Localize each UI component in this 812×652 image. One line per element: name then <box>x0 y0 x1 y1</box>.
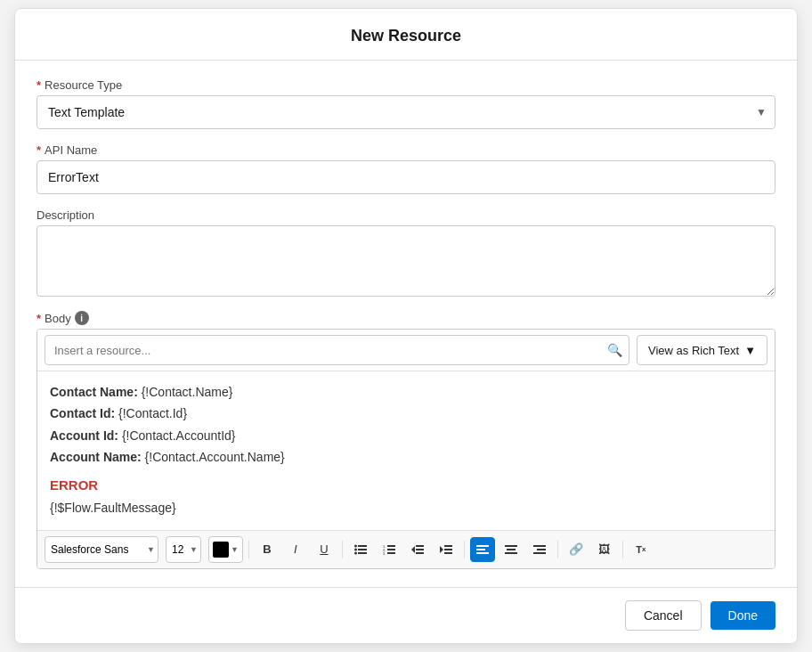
cancel-button[interactable]: Cancel <box>625 600 702 631</box>
svg-rect-22 <box>476 552 489 554</box>
body-search-toolbar: 🔍 View as Rich Text ▼ <box>37 330 775 371</box>
svg-rect-24 <box>507 549 516 550</box>
view-rich-chevron-icon: ▼ <box>744 344 756 357</box>
image-button[interactable]: 🖼 <box>592 537 617 562</box>
svg-rect-18 <box>444 549 452 550</box>
svg-rect-9 <box>387 549 395 550</box>
align-center-button[interactable] <box>499 537 524 562</box>
bold-button[interactable]: B <box>255 537 280 562</box>
body-required-marker: * <box>37 312 41 325</box>
svg-rect-15 <box>416 552 424 554</box>
svg-rect-28 <box>533 552 546 554</box>
font-select[interactable]: Salesforce Sans Arial Times New Roman Co… <box>45 536 158 563</box>
body-label-text: Body <box>45 312 71 325</box>
content-line-1: Contact Name: {!Contact.Name} <box>50 382 762 402</box>
svg-marker-12 <box>411 546 415 553</box>
error-label: ERROR <box>50 475 762 496</box>
separator-5 <box>622 541 623 558</box>
body-editor-container: 🔍 View as Rich Text ▼ Contact Name: {!Co… <box>37 329 775 569</box>
svg-rect-20 <box>476 545 489 547</box>
font-select-wrapper: Salesforce Sans Arial Times New Roman Co… <box>45 536 158 563</box>
view-rich-text-label: View as Rich Text <box>648 344 739 357</box>
svg-rect-26 <box>533 545 546 547</box>
svg-rect-25 <box>505 552 517 554</box>
separator-2 <box>342 541 343 558</box>
svg-text:3.: 3. <box>383 551 386 555</box>
svg-rect-7 <box>387 545 395 547</box>
api-name-label-text: API Name <box>45 143 97 157</box>
color-swatch <box>213 542 229 558</box>
formatting-toolbar: Salesforce Sans Arial Times New Roman Co… <box>37 530 775 568</box>
svg-rect-19 <box>444 552 452 554</box>
new-resource-modal: New Resource * Resource Type Text Templa… <box>14 8 798 644</box>
api-name-label: * API Name <box>37 143 775 157</box>
description-label-text: Description <box>37 208 94 222</box>
svg-rect-3 <box>358 549 367 550</box>
align-left-button[interactable] <box>470 537 495 562</box>
align-right-button[interactable] <box>527 537 552 562</box>
svg-rect-23 <box>505 545 517 547</box>
content-line-2: Contact Id: {!Contact.Id} <box>50 403 762 423</box>
svg-rect-11 <box>387 552 395 554</box>
clear-formatting-button[interactable]: Tx <box>629 537 654 562</box>
error-message-line: {!$Flow.FaultMessage} <box>50 498 762 518</box>
resource-type-label: * Resource Type <box>37 78 775 92</box>
svg-rect-21 <box>476 549 485 550</box>
modal-footer: Cancel Done <box>15 587 797 643</box>
svg-rect-27 <box>537 549 546 550</box>
svg-rect-13 <box>416 545 424 547</box>
api-name-group: * API Name <box>37 143 775 194</box>
content-line-4: Account Name: {!Contact.Account.Name} <box>50 447 762 467</box>
ordered-list-button[interactable]: 1.2.3. <box>377 537 402 562</box>
outdent-button[interactable] <box>405 537 430 562</box>
svg-rect-17 <box>444 545 452 547</box>
body-group: * Body i 🔍 View as Rich Text ▼ <box>37 311 775 569</box>
body-search-input[interactable] <box>45 335 629 365</box>
svg-rect-1 <box>358 545 367 547</box>
description-group: Description <box>37 208 775 297</box>
svg-point-4 <box>354 551 357 554</box>
color-chevron-icon: ▼ <box>231 545 239 554</box>
description-textarea[interactable] <box>37 225 775 297</box>
separator-1 <box>248 541 249 558</box>
separator-3 <box>464 541 465 558</box>
indent-button[interactable] <box>434 537 459 562</box>
modal-title: New Resource <box>37 27 775 45</box>
unordered-list-button[interactable] <box>348 537 373 562</box>
body-label: * Body i <box>37 311 775 325</box>
description-label: Description <box>37 208 775 222</box>
search-icon[interactable]: 🔍 <box>607 343 622 357</box>
resource-type-select-wrapper: Text Template Variable Constant Formula … <box>37 95 775 129</box>
text-color-button[interactable]: ▼ <box>208 536 243 563</box>
modal-header: New Resource <box>15 9 797 61</box>
link-button[interactable]: 🔗 <box>564 537 589 562</box>
api-name-required-marker: * <box>37 143 41 157</box>
resource-type-group: * Resource Type Text Template Variable C… <box>37 78 775 129</box>
body-editor-content[interactable]: Contact Name: {!Contact.Name} Contact Id… <box>37 371 775 530</box>
body-info-icon[interactable]: i <box>75 311 89 325</box>
resource-type-select[interactable]: Text Template Variable Constant Formula … <box>37 95 775 129</box>
size-select-wrapper: 891011 121416 182436 ▼ <box>166 536 201 563</box>
done-button[interactable]: Done <box>710 601 775 630</box>
italic-button[interactable]: I <box>283 537 308 562</box>
underline-button[interactable]: U <box>312 537 337 562</box>
api-name-input[interactable] <box>37 160 775 194</box>
modal-body: * Resource Type Text Template Variable C… <box>15 61 797 587</box>
svg-rect-5 <box>358 552 367 554</box>
svg-point-2 <box>354 548 357 550</box>
svg-rect-14 <box>416 549 424 550</box>
search-input-wrapper: 🔍 <box>45 335 629 365</box>
svg-point-0 <box>354 544 357 547</box>
content-line-3: Account Id: {!Contact.AccountId} <box>50 426 762 445</box>
resource-type-required-marker: * <box>37 78 41 92</box>
view-as-rich-text-button[interactable]: View as Rich Text ▼ <box>637 335 767 365</box>
font-size-select[interactable]: 891011 121416 182436 <box>166 536 201 563</box>
resource-type-label-text: Resource Type <box>45 78 122 92</box>
separator-4 <box>557 541 558 558</box>
svg-marker-16 <box>440 546 443 553</box>
